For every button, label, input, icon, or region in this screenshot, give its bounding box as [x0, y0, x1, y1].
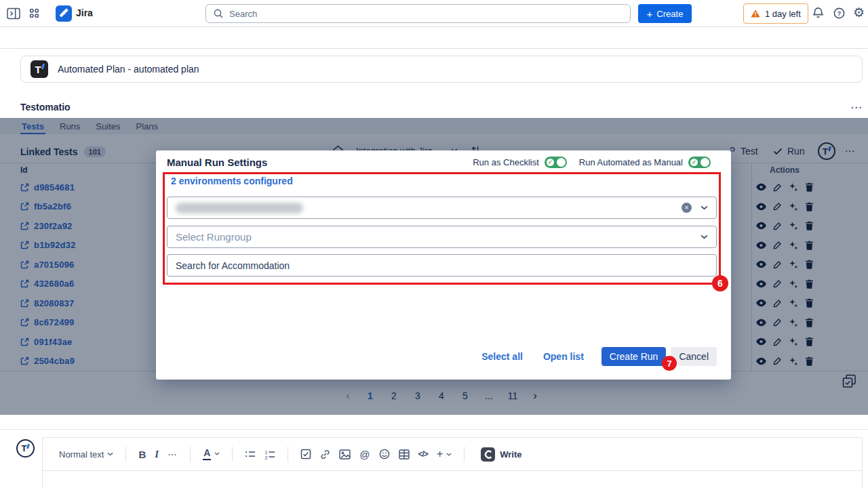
section-more-icon[interactable]: ⋯: [850, 100, 863, 115]
task-checkbox-icon[interactable]: [300, 449, 311, 460]
chevron-down-icon[interactable]: [701, 235, 708, 239]
automated-plan-card[interactable]: T Automated Plan - automated plan: [20, 56, 863, 83]
insert-table-icon[interactable]: [399, 449, 410, 460]
notifications-bell-icon[interactable]: [812, 7, 824, 19]
open-list-link[interactable]: Open list: [543, 351, 584, 362]
bullet-list-icon[interactable]: [245, 449, 256, 459]
mention-icon[interactable]: @: [359, 449, 370, 460]
jira-logo-icon[interactable]: [56, 5, 72, 22]
trial-days-left-button[interactable]: 1 day left: [743, 3, 808, 24]
select-all-link[interactable]: Select all: [481, 351, 523, 362]
run-automated-as-manual-label: Run Automated as Manual: [579, 157, 683, 167]
modal-title: Manual Run Settings: [167, 157, 267, 168]
app-name: Jira: [76, 7, 93, 18]
comment-editor[interactable]: Normal text B I ⋯ A 12 @: [42, 437, 863, 488]
svg-text:1: 1: [265, 449, 268, 454]
environment-select[interactable]: ×: [167, 197, 717, 219]
writer-logo-icon: [481, 447, 495, 462]
breadcrumb-bar: Spaces / Test iBusiness Fundi... / Add p…: [0, 27, 868, 49]
rungroup-placeholder: Select Rungroup: [176, 231, 252, 243]
divider: [0, 429, 868, 430]
global-search[interactable]: [205, 4, 631, 23]
testomatio-logo-icon: T: [31, 60, 48, 78]
rungroup-select[interactable]: Select Rungroup: [167, 226, 717, 248]
sidebar-toggle-icon[interactable]: [7, 7, 20, 20]
blurred-environment-value: [176, 203, 303, 214]
run-automated-as-manual-toggle[interactable]: ✓: [688, 157, 711, 168]
top-navigation-bar: Jira + Create 1 day left ? ⚙: [0, 0, 868, 27]
svg-text:?: ?: [837, 9, 842, 17]
editor-toolbar: Normal text B I ⋯ A 12 @: [43, 438, 862, 471]
run-as-checklist-toggle[interactable]: ✓: [545, 157, 567, 168]
svg-text:2: 2: [265, 455, 268, 460]
emoji-icon[interactable]: [379, 449, 390, 460]
testomatio-editor-logo-icon: T: [16, 439, 35, 458]
text-color-dropdown[interactable]: A: [203, 448, 220, 460]
create-run-button[interactable]: Create Run: [601, 347, 667, 366]
warning-icon: [751, 9, 760, 18]
settings-gear-icon[interactable]: ⚙: [853, 6, 865, 19]
clear-icon[interactable]: ×: [682, 203, 692, 213]
cancel-button[interactable]: Cancel: [671, 347, 717, 366]
chevron-down-icon[interactable]: [701, 205, 708, 210]
test-search-field[interactable]: [167, 254, 717, 277]
italic-icon[interactable]: I: [155, 449, 159, 460]
text-style-dropdown[interactable]: Normal text: [59, 449, 113, 460]
create-button[interactable]: + Create: [638, 4, 692, 23]
insert-more-dropdown[interactable]: +: [437, 448, 452, 460]
code-block-icon[interactable]: </>: [418, 449, 428, 459]
help-icon[interactable]: ?: [833, 7, 845, 19]
test-search-input[interactable]: [176, 260, 708, 271]
app-switcher-icon[interactable]: [28, 7, 40, 19]
plus-icon: +: [647, 9, 653, 19]
manual-run-settings-modal: Manual Run Settings Run as Checklist ✓ R…: [156, 150, 731, 380]
search-icon: [213, 8, 224, 19]
editor-content-area[interactable]: [43, 471, 862, 488]
numbered-list-icon[interactable]: 12: [264, 449, 275, 460]
section-heading: Testomatio: [20, 102, 71, 113]
annotation-step-7: 7: [662, 356, 677, 371]
insert-link-icon[interactable]: [320, 449, 330, 460]
insert-image-icon[interactable]: [339, 449, 351, 460]
bold-icon[interactable]: B: [138, 449, 146, 460]
write-assistant-button[interactable]: Write: [481, 447, 521, 462]
environments-configured-link[interactable]: 2 environments configured: [171, 176, 293, 186]
testomatio-panel: TestsRunsSuitesPlans Linked Tests 101 In…: [0, 118, 868, 415]
search-input[interactable]: [229, 9, 623, 19]
run-as-checklist-label: Run as Checklist: [473, 157, 539, 167]
plan-card-title: Automated Plan - automated plan: [58, 64, 199, 75]
text-format-more-icon[interactable]: ⋯: [167, 449, 178, 460]
annotation-step-6: 6: [712, 275, 728, 291]
